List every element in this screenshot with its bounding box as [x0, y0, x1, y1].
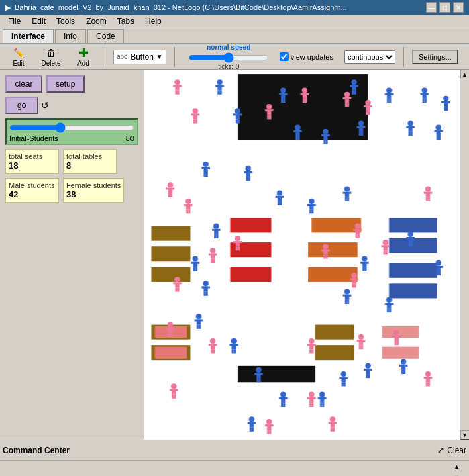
ticks-label: ticks: 0 — [218, 63, 239, 70]
simulation-canvas-area[interactable]: ▲ ▼ — [144, 70, 469, 440]
female-students-value: 38 — [66, 189, 121, 199]
toolbar: ✏️ Edit 🗑 Delete ✚ Add abc Button ▼ norm… — [0, 44, 469, 70]
menu-help[interactable]: Help — [140, 15, 167, 28]
total-seats-label: total seats — [9, 152, 56, 160]
tab-bar: Interface Info Code — [0, 28, 469, 44]
male-students-value: 42 — [9, 189, 56, 199]
app-icon: ▶ — [5, 3, 11, 12]
go-button-wrapper: go ↺ — [5, 97, 138, 114]
edit-button[interactable]: ✏️ Edit — [5, 46, 32, 67]
menu-edit[interactable]: Edit — [26, 15, 51, 28]
initial-students-label: Initial-Students — [9, 134, 58, 142]
setup-button[interactable]: setup — [46, 75, 85, 93]
button-type-dropdown-icon[interactable]: ▼ — [156, 53, 163, 60]
speed-slider[interactable] — [189, 52, 269, 63]
close-button[interactable]: ✕ — [453, 2, 464, 13]
tab-code[interactable]: Code — [87, 29, 124, 43]
simulation-canvas — [144, 70, 469, 440]
menu-bar: File Edit Tools Zoom Tabs Help — [0, 15, 469, 28]
menu-zoom[interactable]: Zoom — [81, 15, 112, 28]
left-panel: clear setup go ↺ Initial-Students 80 tot… — [0, 70, 144, 440]
main-content: clear setup go ↺ Initial-Students 80 tot… — [0, 70, 469, 440]
total-seats-value: 18 — [9, 160, 56, 171]
total-seats-box: total seats 18 — [5, 149, 59, 174]
female-students-box: Female students 38 — [63, 178, 124, 203]
delete-button[interactable]: 🗑 Delete — [38, 46, 64, 67]
maximize-button[interactable]: □ — [439, 2, 450, 13]
minimize-button[interactable]: — — [426, 2, 437, 13]
add-icon: ✚ — [76, 46, 90, 60]
initial-students-value: 80 — [126, 134, 134, 142]
title-bar: ▶ Bahria_cafe_model_V2_by_Junaid_khan_01… — [0, 0, 469, 15]
cc-scroll-down[interactable]: ▼ — [454, 474, 460, 477]
speed-label: normal speed — [207, 44, 250, 51]
clear-cc-button[interactable]: Clear — [447, 446, 466, 455]
total-tables-box: total tables 8 — [63, 149, 117, 174]
add-button[interactable]: ✚ Add — [70, 46, 97, 67]
initial-students-slider: Initial-Students 80 — [5, 118, 138, 145]
button-type-selector[interactable]: abc Button ▼ — [113, 50, 166, 64]
go-button[interactable]: go — [5, 97, 38, 114]
cc-scroll-up[interactable]: ▲ — [454, 463, 460, 470]
speed-control: normal speed ticks: 0 — [189, 44, 269, 70]
students-row: Male students 42 Female students 38 — [5, 178, 138, 203]
male-students-label: Male students — [9, 181, 56, 189]
button-type-icon: abc — [117, 53, 127, 60]
cc-scroll-area2: ▼ — [0, 472, 469, 476]
total-tables-label: total tables — [66, 152, 113, 160]
toolbar-separator-2 — [174, 47, 175, 67]
clear-button[interactable]: clear — [5, 75, 42, 93]
expand-icon[interactable]: ⤢ — [437, 446, 444, 455]
edit-icon: ✏️ — [12, 46, 25, 60]
repeat-icon[interactable]: ↺ — [41, 100, 49, 111]
tab-info[interactable]: Info — [55, 29, 86, 43]
command-center-icons: ⤢ Clear — [437, 446, 466, 455]
tab-interface[interactable]: Interface — [3, 29, 54, 43]
male-students-box: Male students 42 — [5, 178, 59, 203]
view-updates-label: view updates — [291, 53, 333, 61]
cc-scroll-area: ▲ — [0, 461, 469, 472]
menu-file[interactable]: File — [3, 15, 26, 28]
initial-students-range[interactable] — [9, 122, 134, 133]
canvas-scrollbar: ▲ ▼ — [460, 70, 469, 440]
menu-tabs[interactable]: Tabs — [112, 15, 140, 28]
view-updates-checkbox-label[interactable]: view updates — [280, 52, 333, 61]
view-updates-checkbox[interactable] — [280, 52, 289, 61]
female-students-label: Female students — [66, 181, 121, 189]
command-center: Command Center ⤢ Clear — [0, 440, 469, 460]
window-title: Bahria_cafe_model_V2_by_Junaid_khan_012 … — [15, 3, 347, 11]
menu-tools[interactable]: Tools — [51, 15, 81, 28]
seats-tables-row: total seats 18 total tables 8 — [5, 149, 138, 174]
command-center-label: Command Center — [3, 446, 437, 455]
scroll-up-button[interactable]: ▲ — [460, 70, 470, 79]
toolbar-separator — [105, 47, 105, 67]
total-tables-value: 8 — [66, 160, 113, 171]
settings-button[interactable]: Settings... — [412, 50, 458, 64]
continuous-select[interactable]: continuous once — [344, 50, 395, 64]
scroll-down-button[interactable]: ▼ — [460, 430, 470, 440]
view-settings-area: view updates continuous once — [280, 50, 395, 64]
toolbar-separator-3 — [403, 47, 404, 67]
delete-icon: 🗑 — [44, 46, 58, 60]
control-buttons-row: clear setup — [5, 75, 138, 93]
